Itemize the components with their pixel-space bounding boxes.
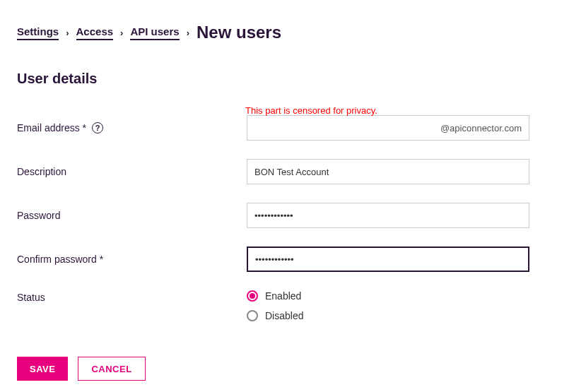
form-row-status: Status Enabled Disabled: [17, 290, 569, 321]
breadcrumb-current: New users: [197, 23, 281, 42]
chevron-right-icon: ›: [66, 28, 69, 38]
section-title: User details: [17, 71, 569, 87]
radio-icon: [247, 290, 258, 302]
form-row-email: Email address * ? This part is censored …: [17, 115, 569, 141]
breadcrumb-api-users[interactable]: API users: [130, 25, 179, 40]
status-disabled-label: Disabled: [265, 310, 303, 321]
form-row-description: Description: [17, 159, 569, 184]
breadcrumb: Settings › Access › API users › New user…: [17, 23, 569, 42]
email-suffix: @apiconnector.com: [440, 123, 522, 133]
status-radio-group: Enabled Disabled: [247, 290, 303, 321]
confirm-password-input[interactable]: [247, 247, 529, 272]
breadcrumb-settings[interactable]: Settings: [17, 25, 59, 40]
status-label: Status: [17, 290, 247, 303]
description-input[interactable]: [247, 159, 529, 184]
password-input[interactable]: [247, 203, 529, 228]
status-option-enabled[interactable]: Enabled: [247, 290, 303, 302]
cancel-button[interactable]: CANCEL: [78, 357, 145, 381]
breadcrumb-access[interactable]: Access: [76, 25, 114, 40]
save-button[interactable]: SAVE: [17, 357, 68, 381]
email-label: Email address * ?: [17, 122, 247, 133]
status-option-disabled[interactable]: Disabled: [247, 310, 303, 321]
radio-icon: [247, 310, 258, 321]
button-row: SAVE CANCEL: [17, 357, 569, 381]
email-field-wrapper: This part is censored for privacy. @apic…: [247, 115, 529, 141]
chevron-right-icon: ›: [187, 28, 189, 38]
email-field[interactable]: @apiconnector.com: [247, 115, 529, 141]
form-row-password: Password: [17, 203, 569, 228]
status-enabled-label: Enabled: [265, 290, 301, 302]
form-row-confirm-password: Confirm password *: [17, 247, 569, 272]
help-icon[interactable]: ?: [92, 122, 103, 133]
email-label-text: Email address *: [17, 122, 86, 133]
chevron-right-icon: ›: [120, 28, 123, 38]
password-label: Password: [17, 210, 247, 221]
description-label: Description: [17, 166, 247, 177]
confirm-password-label: Confirm password *: [17, 254, 247, 265]
